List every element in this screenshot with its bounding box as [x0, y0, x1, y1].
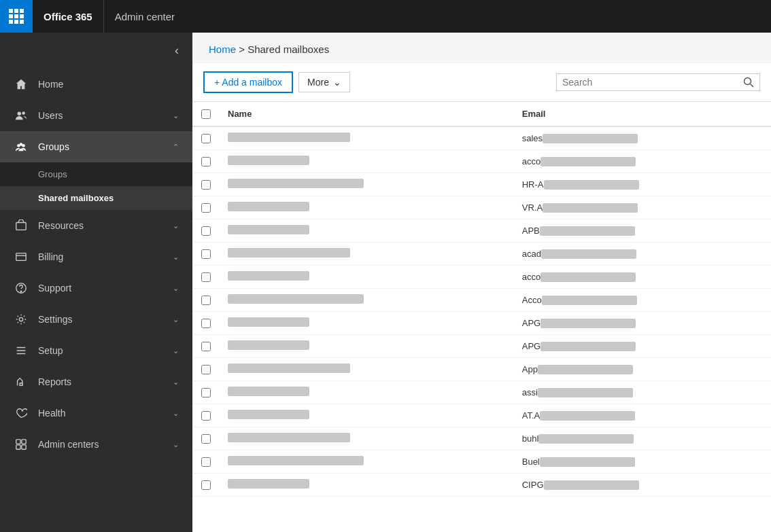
resources-chevron-icon: ⌄: [173, 221, 179, 230]
email-blurred: [541, 157, 636, 166]
row-name-cell: [220, 312, 514, 335]
email-prefix: APB: [522, 226, 540, 236]
svg-rect-12: [16, 440, 20, 444]
sidebar-subitem-groups[interactable]: Groups: [0, 162, 192, 186]
sidebar-settings-label: Settings: [38, 314, 173, 325]
row-checkbox-cell: [192, 381, 220, 404]
table-row[interactable]: acco: [192, 150, 771, 173]
row-checkbox[interactable]: [201, 226, 211, 236]
row-checkbox[interactable]: [201, 272, 211, 282]
email-prefix: APG: [522, 341, 541, 351]
table-row[interactable]: APB: [192, 219, 771, 243]
row-checkbox[interactable]: [201, 411, 211, 421]
email-blurred: [538, 434, 634, 444]
content-area: Home > Shared mailboxes + Add a mailbox …: [192, 33, 771, 532]
breadcrumb: Home > Shared mailboxes: [192, 33, 771, 63]
table-row[interactable]: Buel: [192, 450, 771, 474]
row-checkbox-cell: [192, 196, 220, 219]
table-row[interactable]: Acco: [192, 289, 771, 312]
content-panel: + Add a mailbox More ⌄: [192, 63, 771, 532]
email-blurred: [544, 480, 639, 490]
sidebar-support-label: Support: [38, 283, 173, 294]
row-checkbox[interactable]: [201, 342, 211, 351]
sidebar-item-billing[interactable]: Billing ⌄: [0, 241, 192, 272]
row-checkbox[interactable]: [201, 388, 211, 397]
more-button[interactable]: More ⌄: [298, 72, 350, 92]
email-blurred: [544, 180, 639, 190]
email-prefix: CIPG: [522, 480, 544, 490]
sidebar-item-reports[interactable]: Reports ⌄: [0, 366, 192, 397]
sidebar-item-home[interactable]: Home: [0, 69, 192, 100]
row-checkbox[interactable]: [201, 134, 211, 143]
reports-icon: [14, 374, 29, 389]
sidebar-resources-label: Resources: [38, 220, 173, 231]
sidebar-item-health[interactable]: Health ⌄: [0, 397, 192, 429]
table-row[interactable]: AT.A: [192, 404, 771, 427]
row-name-cell: [220, 358, 514, 381]
table-row[interactable]: assi: [192, 381, 771, 404]
resources-icon: [14, 218, 29, 233]
svg-rect-13: [22, 440, 26, 444]
row-checkbox[interactable]: [201, 365, 211, 374]
name-blurred: [228, 271, 309, 281]
row-checkbox[interactable]: [201, 180, 211, 190]
email-blurred: [543, 203, 638, 213]
admin-centers-icon: [14, 437, 29, 452]
header-name: Name: [220, 102, 514, 126]
row-email-cell: AT.A: [514, 404, 771, 427]
users-icon: [14, 108, 29, 123]
name-blurred: [228, 156, 309, 165]
table-row[interactable]: APG: [192, 312, 771, 335]
email-blurred: [540, 226, 635, 236]
sidebar-item-resources[interactable]: Resources ⌄: [0, 210, 192, 241]
sidebar-item-admin-centers[interactable]: Admin centers ⌄: [0, 429, 192, 460]
table-row[interactable]: HR-A: [192, 173, 771, 196]
row-name-cell: [220, 427, 514, 450]
row-email-cell: CIPG: [514, 474, 771, 497]
sidebar-item-setup[interactable]: Setup ⌄: [0, 335, 192, 366]
add-mailbox-button[interactable]: + Add a mailbox: [203, 71, 293, 93]
row-checkbox-cell: [192, 289, 220, 312]
sidebar-item-groups[interactable]: Groups ⌃: [0, 131, 192, 162]
row-checkbox[interactable]: [201, 457, 211, 467]
select-all-checkbox[interactable]: [201, 109, 211, 119]
search-input[interactable]: [562, 77, 743, 88]
search-button[interactable]: [743, 77, 754, 88]
row-checkbox[interactable]: [201, 249, 211, 259]
sidebar-item-users[interactable]: Users ⌄: [0, 100, 192, 131]
row-checkbox[interactable]: [201, 296, 211, 305]
table-row[interactable]: buhl: [192, 427, 771, 450]
sidebar-collapse-button[interactable]: ‹: [172, 41, 182, 60]
table-row[interactable]: CIPG: [192, 474, 771, 497]
row-checkbox[interactable]: [201, 203, 211, 213]
health-chevron-icon: ⌄: [173, 409, 179, 418]
table-row[interactable]: acad: [192, 243, 771, 266]
row-checkbox[interactable]: [201, 319, 211, 328]
table-row[interactable]: acco: [192, 266, 771, 289]
row-name-cell: [220, 150, 514, 173]
table-row[interactable]: App: [192, 358, 771, 381]
email-blurred: [542, 296, 637, 305]
svg-rect-6: [16, 253, 26, 261]
email-prefix: HR-A: [522, 179, 544, 190]
table-row[interactable]: sales: [192, 126, 771, 150]
email-blurred: [540, 457, 635, 467]
sidebar-item-support[interactable]: Support ⌄: [0, 272, 192, 304]
row-checkbox[interactable]: [201, 157, 211, 166]
row-checkbox[interactable]: [201, 434, 211, 444]
breadcrumb-home-link[interactable]: Home: [209, 43, 236, 55]
sidebar-billing-label: Billing: [38, 251, 173, 262]
svg-rect-15: [22, 445, 26, 449]
more-label: More: [307, 77, 329, 88]
search-box[interactable]: [556, 73, 760, 91]
waffle-button[interactable]: [0, 0, 33, 33]
svg-point-16: [744, 78, 751, 85]
office365-label: Office 365: [33, 0, 104, 33]
row-checkbox[interactable]: [201, 480, 211, 490]
table-row[interactable]: VR.A: [192, 196, 771, 219]
health-icon: [14, 406, 29, 421]
row-email-cell: acco: [514, 266, 771, 289]
sidebar-subitem-shared-mailboxes[interactable]: Shared mailboxes: [0, 186, 192, 210]
table-row[interactable]: APG: [192, 335, 771, 358]
sidebar-item-settings[interactable]: Settings ⌄: [0, 304, 192, 335]
